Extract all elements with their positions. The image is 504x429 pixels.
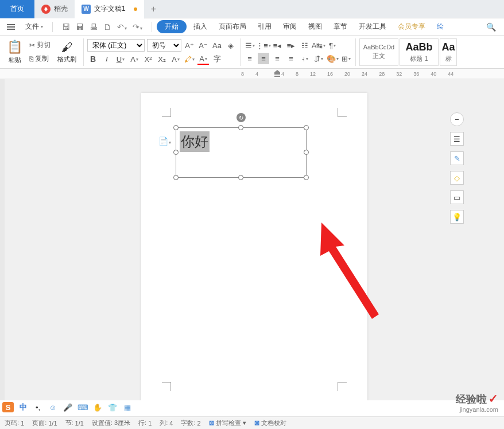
menu-review[interactable]: 审阅	[278, 20, 301, 34]
ime-switch-button[interactable]: S	[2, 402, 14, 412]
superscript-button[interactable]: X²	[142, 53, 154, 65]
menu-ref[interactable]: 引用	[253, 20, 276, 34]
ime-keyboard-icon[interactable]: ⌨	[77, 402, 88, 412]
phonetic-button[interactable]: 字	[211, 53, 223, 65]
rotate-handle-icon[interactable]: ↻	[237, 113, 246, 122]
tab-shell[interactable]: 稻壳	[34, 0, 75, 18]
style-heading2[interactable]: Aa 标	[440, 38, 457, 66]
indent-marker-icon[interactable]	[274, 70, 280, 77]
menu-vip[interactable]: 会员专享	[393, 20, 430, 34]
qa-undo-icon[interactable]: ↶▾	[117, 22, 127, 32]
page[interactable]: 📄▾ ↻ 你好	[141, 93, 367, 412]
resize-handle[interactable]	[304, 150, 309, 155]
copy-button[interactable]: ⎘复制	[27, 53, 53, 65]
style-heading1[interactable]: AaBb 标题 1	[400, 38, 439, 66]
qa-saveas-icon[interactable]: 🖬	[76, 22, 84, 32]
bullet-list-icon[interactable]: ☰▾	[244, 40, 255, 51]
status-page[interactable]: 页面: 1/1	[32, 419, 57, 427]
menu-view[interactable]: 视图	[304, 20, 327, 34]
outdent-icon[interactable]: ≡◂	[272, 40, 283, 51]
strike-button[interactable]: A▾	[129, 53, 140, 65]
tab-home[interactable]: 首页	[0, 0, 34, 18]
qa-save-icon[interactable]: 🖫	[62, 22, 70, 32]
line-spacing-icon[interactable]: ⇵▾	[313, 53, 324, 64]
sort-icon[interactable]: ☷	[299, 40, 311, 51]
hamburger-icon[interactable]	[3, 24, 18, 30]
status-proof[interactable]: ⊠文档校对	[254, 419, 286, 427]
font-color-button[interactable]: A▾	[197, 53, 209, 65]
selected-text[interactable]: 你好	[180, 131, 210, 152]
resize-handle[interactable]	[304, 125, 309, 130]
idea-button[interactable]: 💡	[450, 210, 464, 224]
number-list-icon[interactable]: ⋮≡▾	[258, 40, 269, 51]
ime-hand-icon[interactable]: ✋	[92, 402, 103, 412]
italic-button[interactable]: I	[101, 53, 113, 65]
status-wordcount[interactable]: 字数: 2	[181, 419, 200, 427]
style-normal[interactable]: AaBbCcDd 正文	[359, 38, 398, 66]
align-center-icon[interactable]: ≡	[258, 53, 269, 64]
ime-grid-icon[interactable]: ▦	[122, 402, 133, 412]
status-row[interactable]: 行: 1	[138, 419, 152, 427]
resize-handle[interactable]	[173, 150, 179, 155]
menu-start[interactable]: 开始	[157, 20, 187, 33]
subscript-button[interactable]: X₂	[156, 53, 168, 65]
resize-handle[interactable]	[238, 175, 243, 180]
align-justify-icon[interactable]: ≡	[285, 53, 297, 64]
status-setval[interactable]: 设置值: 3厘米	[92, 419, 130, 427]
resize-handle[interactable]	[173, 175, 179, 180]
menu-layout[interactable]: 页面布局	[214, 20, 251, 34]
status-section[interactable]: 节: 1/1	[65, 419, 84, 427]
font-name-select[interactable]: 宋体 (正文)	[87, 39, 145, 52]
shading-icon[interactable]: 🎨▾	[327, 53, 338, 64]
underline-button[interactable]: U▾	[115, 53, 126, 65]
cut-button[interactable]: ✂剪切	[27, 39, 53, 51]
wrap-text-button[interactable]: ☰	[450, 132, 464, 146]
qa-redo-icon[interactable]: ↷▾	[133, 22, 142, 32]
paste-button[interactable]: 📋 粘贴	[3, 38, 26, 65]
clear-format-icon[interactable]: ◈	[225, 40, 237, 51]
menu-file[interactable]: 文件▾	[21, 20, 48, 34]
tab-char-icon[interactable]: A↹▾	[313, 40, 324, 51]
layout-button[interactable]: ▭	[450, 190, 464, 204]
resize-handle[interactable]	[173, 125, 179, 130]
ime-punct-icon[interactable]: •,	[32, 402, 44, 412]
para-marks-icon[interactable]: ¶▾	[327, 40, 338, 51]
align-left-icon[interactable]: ≡	[244, 53, 255, 64]
para-options-icon[interactable]: 📄▾	[158, 136, 171, 146]
collapse-button[interactable]: −	[450, 112, 464, 126]
tab-document[interactable]: W 文字文稿1	[75, 0, 144, 18]
distribute-icon[interactable]: ⫞▾	[299, 53, 311, 64]
status-col[interactable]: 列: 4	[160, 419, 173, 427]
change-case-icon[interactable]: Aa	[211, 40, 223, 51]
highlight-button[interactable]: 🖍▾	[184, 53, 195, 65]
menu-chapter[interactable]: 章节	[329, 20, 352, 34]
indent-icon[interactable]: ≡▸	[285, 40, 297, 51]
menu-dev[interactable]: 开发工具	[354, 20, 391, 34]
font-size-select[interactable]: 初号	[147, 39, 181, 52]
shrink-font-icon[interactable]: A⁻	[197, 40, 209, 51]
edit-button[interactable]: ✎	[450, 151, 464, 165]
grow-font-icon[interactable]: A⁺	[184, 40, 195, 51]
borders-icon[interactable]: ⊞▾	[340, 53, 352, 64]
qa-print-icon[interactable]: 🖶	[90, 22, 98, 32]
format-painter-button[interactable]: 🖌 格式刷	[54, 40, 80, 65]
search-icon[interactable]: 🔍	[482, 22, 501, 32]
bold-button[interactable]: B	[87, 53, 99, 65]
resize-handle[interactable]	[238, 125, 243, 130]
menu-draw[interactable]: 绘	[432, 20, 448, 34]
ime-chinese-button[interactable]: 中	[17, 402, 29, 412]
ime-emoji-icon[interactable]: ☺	[47, 402, 59, 412]
new-tab[interactable]: +	[144, 0, 163, 18]
align-right-icon[interactable]: ≡	[272, 53, 283, 64]
status-page-no[interactable]: 页码: 1	[5, 419, 24, 427]
menu-insert[interactable]: 插入	[189, 20, 212, 34]
fill-button[interactable]: ◇	[450, 171, 464, 185]
ime-shirt-icon[interactable]: 👕	[107, 402, 118, 412]
ime-voice-icon[interactable]: 🎤	[62, 402, 73, 412]
resize-handle[interactable]	[304, 175, 309, 180]
qa-preview-icon[interactable]: 🗋	[103, 22, 111, 32]
ruler[interactable]: 84 4812 162024 283236 4044	[0, 69, 504, 79]
status-spellcheck[interactable]: ⊠拼写检查 ▾	[209, 419, 246, 427]
text-effect-button[interactable]: A▾	[170, 53, 181, 65]
text-box[interactable]: ↻ 你好	[176, 127, 307, 178]
